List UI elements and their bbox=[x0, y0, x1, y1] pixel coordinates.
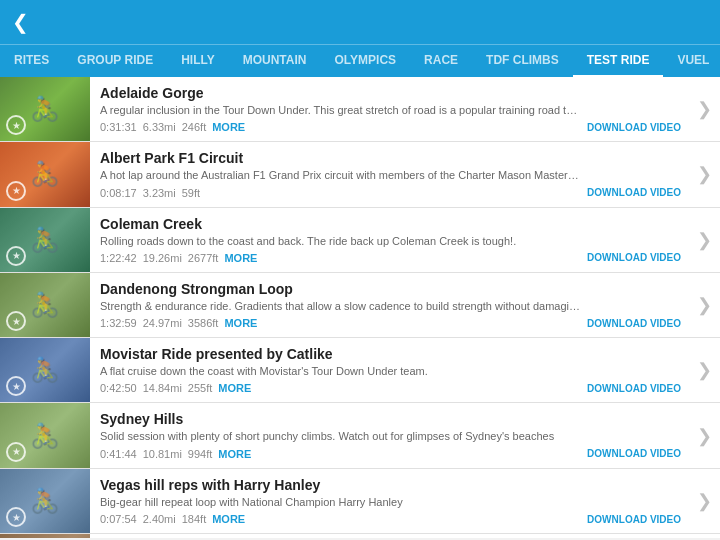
ride-meta: 0:42:5014.84mi255ftMOREDOWNLOAD VIDEO bbox=[100, 382, 681, 394]
ride-item[interactable]: 🚴★Sydney HillsSolid session with plenty … bbox=[0, 403, 720, 468]
chevron-right-icon: ❯ bbox=[689, 338, 720, 402]
download-video-link[interactable]: DOWNLOAD VIDEO bbox=[587, 448, 681, 459]
ride-name: Sydney Hills bbox=[100, 411, 681, 427]
download-video-link[interactable]: DOWNLOAD VIDEO bbox=[587, 122, 681, 133]
ride-time: 1:32:59 bbox=[100, 317, 137, 329]
chevron-right-icon: ❯ bbox=[689, 208, 720, 272]
ride-item[interactable]: 🚴★Dandenong Strongman LoopStrength & end… bbox=[0, 273, 720, 338]
ride-content: Movistar Ride presented by CatlikeA flat… bbox=[90, 338, 689, 402]
ride-description: Strength & endurance ride. Gradients tha… bbox=[100, 299, 580, 313]
ride-distance: 19.26mi bbox=[143, 252, 182, 264]
chevron-right-icon: ❯ bbox=[689, 142, 720, 206]
ride-meta: 0:41:4410.81mi994ftMOREDOWNLOAD VIDEO bbox=[100, 448, 681, 460]
ride-elevation: 994ft bbox=[188, 448, 212, 460]
ride-name: Adelaide Gorge bbox=[100, 85, 681, 101]
tab-mountain[interactable]: MOUNTAIN bbox=[229, 45, 321, 77]
tab-race[interactable]: RACE bbox=[410, 45, 472, 77]
favorite-icon: ★ bbox=[6, 181, 26, 201]
ride-content: Adelaide GorgeA regular inclusion in the… bbox=[90, 77, 689, 141]
ride-distance: 24.97mi bbox=[143, 317, 182, 329]
tab-tdf_climbs[interactable]: TDF CLIMBS bbox=[472, 45, 573, 77]
ride-name: Albert Park F1 Circuit bbox=[100, 150, 681, 166]
ride-thumbnail: 🚴★ bbox=[0, 534, 90, 538]
ride-name: Movistar Ride presented by Catlike bbox=[100, 346, 681, 362]
ride-thumbnail: 🚴★ bbox=[0, 142, 90, 206]
ride-time: 0:41:44 bbox=[100, 448, 137, 460]
ride-time: 0:07:54 bbox=[100, 513, 137, 525]
chevron-right-icon: ❯ bbox=[689, 77, 720, 141]
chevron-right-icon: ❯ bbox=[689, 273, 720, 337]
cyclist-icon: 🚴 bbox=[30, 226, 60, 254]
tab-hilly[interactable]: HILLY bbox=[167, 45, 229, 77]
chevron-right-icon: ❯ bbox=[689, 534, 720, 538]
ride-item[interactable]: 🚴★Viva Ride VegasA fast flat group ride … bbox=[0, 534, 720, 538]
ride-elevation: 2677ft bbox=[188, 252, 219, 264]
ride-description: Big-gear hill repeat loop with National … bbox=[100, 495, 580, 509]
ride-content: Viva Ride VegasA fast flat group ride th… bbox=[90, 534, 689, 538]
ride-time: 1:22:42 bbox=[100, 252, 137, 264]
ride-thumbnail: 🚴★ bbox=[0, 469, 90, 533]
more-link[interactable]: MORE bbox=[212, 513, 245, 525]
chevron-right-icon: ❯ bbox=[689, 403, 720, 467]
ride-content: Vegas hill reps with Harry HanleyBig-gea… bbox=[90, 469, 689, 533]
ride-thumbnail: 🚴★ bbox=[0, 208, 90, 272]
back-button[interactable]: ❮ bbox=[12, 10, 33, 34]
cyclist-icon: 🚴 bbox=[30, 291, 60, 319]
ride-elevation: 255ft bbox=[188, 382, 212, 394]
more-link[interactable]: MORE bbox=[224, 317, 257, 329]
cyclist-icon: 🚴 bbox=[30, 160, 60, 188]
ride-distance: 10.81mi bbox=[143, 448, 182, 460]
ride-description: A regular inclusion in the Tour Down Und… bbox=[100, 103, 580, 117]
ride-content: Dandenong Strongman LoopStrength & endur… bbox=[90, 273, 689, 337]
ride-description: Rolling roads down to the coast and back… bbox=[100, 234, 580, 248]
ride-meta: 1:32:5924.97mi3586ftMOREDOWNLOAD VIDEO bbox=[100, 317, 681, 329]
ride-name: Coleman Creek bbox=[100, 216, 681, 232]
favorite-icon: ★ bbox=[6, 246, 26, 266]
tab-test_ride[interactable]: TEST RIDE bbox=[573, 45, 664, 77]
ride-item[interactable]: 🚴★Movistar Ride presented by CatlikeA fl… bbox=[0, 338, 720, 403]
tab-olympics[interactable]: OLYMPICS bbox=[320, 45, 410, 77]
more-link[interactable]: MORE bbox=[218, 448, 251, 460]
download-video-link[interactable]: DOWNLOAD VIDEO bbox=[587, 318, 681, 329]
tab-vuel[interactable]: VUEL bbox=[663, 45, 720, 77]
ride-item[interactable]: 🚴★Vegas hill reps with Harry HanleyBig-g… bbox=[0, 469, 720, 534]
ride-list: 🚴★Adelaide GorgeA regular inclusion in t… bbox=[0, 77, 720, 538]
more-link[interactable]: MORE bbox=[212, 121, 245, 133]
cyclist-icon: 🚴 bbox=[30, 422, 60, 450]
ride-item[interactable]: 🚴★Adelaide GorgeA regular inclusion in t… bbox=[0, 77, 720, 142]
category-tabs: RITESGROUP RIDEHILLYMOUNTAINOLYMPICSRACE… bbox=[0, 44, 720, 77]
ride-name: Dandenong Strongman Loop bbox=[100, 281, 681, 297]
ride-distance: 3.23mi bbox=[143, 187, 176, 199]
ride-elevation: 59ft bbox=[182, 187, 200, 199]
cyclist-icon: 🚴 bbox=[30, 487, 60, 515]
ride-meta: 0:07:542.40mi184ftMOREDOWNLOAD VIDEO bbox=[100, 513, 681, 525]
more-link[interactable]: MORE bbox=[224, 252, 257, 264]
tab-group_ride[interactable]: GROUP RIDE bbox=[63, 45, 167, 77]
chevron-left-icon: ❮ bbox=[12, 10, 29, 34]
more-link[interactable]: MORE bbox=[218, 382, 251, 394]
ride-time: 0:08:17 bbox=[100, 187, 137, 199]
ride-thumbnail: 🚴★ bbox=[0, 403, 90, 467]
favorite-icon: ★ bbox=[6, 507, 26, 527]
download-video-link[interactable]: DOWNLOAD VIDEO bbox=[587, 252, 681, 263]
download-video-link[interactable]: DOWNLOAD VIDEO bbox=[587, 383, 681, 394]
favorite-icon: ★ bbox=[6, 442, 26, 462]
ride-name: Vegas hill reps with Harry Hanley bbox=[100, 477, 681, 493]
ride-meta: 1:22:4219.26mi2677ftMOREDOWNLOAD VIDEO bbox=[100, 252, 681, 264]
ride-time: 0:42:50 bbox=[100, 382, 137, 394]
ride-elevation: 184ft bbox=[182, 513, 206, 525]
ride-item[interactable]: 🚴★Albert Park F1 CircuitA hot lap around… bbox=[0, 142, 720, 207]
ride-content: Sydney HillsSolid session with plenty of… bbox=[90, 403, 689, 467]
download-video-link[interactable]: DOWNLOAD VIDEO bbox=[587, 514, 681, 525]
ride-item[interactable]: 🚴★Coleman CreekRolling roads down to the… bbox=[0, 208, 720, 273]
ride-elevation: 246ft bbox=[182, 121, 206, 133]
ride-content: Coleman CreekRolling roads down to the c… bbox=[90, 208, 689, 272]
ride-meta: 0:08:173.23mi59ftDOWNLOAD VIDEO bbox=[100, 187, 681, 199]
ride-distance: 2.40mi bbox=[143, 513, 176, 525]
tab-rites[interactable]: RITES bbox=[0, 45, 63, 77]
ride-thumbnail: 🚴★ bbox=[0, 77, 90, 141]
download-video-link[interactable]: DOWNLOAD VIDEO bbox=[587, 187, 681, 198]
ride-description: Solid session with plenty of short punch… bbox=[100, 429, 580, 443]
ride-description: A flat cruise down the coast with Movist… bbox=[100, 364, 580, 378]
ride-elevation: 3586ft bbox=[188, 317, 219, 329]
